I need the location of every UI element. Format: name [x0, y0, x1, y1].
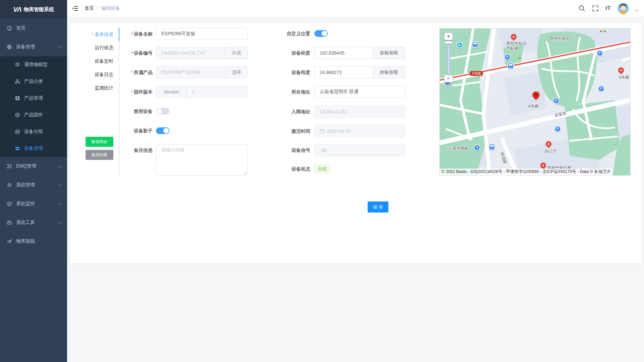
- paper-plane-icon: [7, 239, 12, 244]
- sidebar-item-label: 产品固件: [24, 112, 43, 118]
- active-time-input: 2022-03-15: [314, 125, 405, 137]
- charging-station-icon: ↯: [474, 144, 480, 151]
- pick-longitude-button[interactable]: 坐标拾取: [373, 47, 405, 59]
- map-label-building6: 6号楼: [528, 104, 539, 109]
- parking-icon: P: [504, 54, 511, 60]
- device-edit-card: 基本信息 运行状态 设备定时 设备日志 监测统计 数据同步 返回列表 设备名称 …: [70, 23, 641, 263]
- font-size-icon[interactable]: tT: [605, 5, 611, 12]
- sidebar-toggle-icon[interactable]: [72, 5, 78, 12]
- map-label-building5: 5号楼: [619, 75, 629, 80]
- poi-star-icon: ★: [511, 34, 517, 40]
- device-shadow-label: 设备影子: [109, 127, 153, 134]
- bus-stop-icon: [489, 144, 495, 150]
- parking-icon: P: [553, 98, 559, 104]
- longitude-input[interactable]: 102.839445: [314, 47, 373, 59]
- sidebar-item-product-firmware[interactable]: 产品固件: [0, 107, 67, 123]
- avatar[interactable]: [618, 3, 629, 14]
- remark-textarea[interactable]: 请输入内容: [156, 144, 248, 176]
- sidebar-item-label: 首页: [16, 25, 25, 31]
- user-menu-caret-icon[interactable]: [635, 8, 639, 11]
- remark-label: 备注信息: [109, 147, 153, 154]
- parking-icon: P: [597, 50, 603, 56]
- sidebar-item-thing-model[interactable]: 通用物模型: [0, 56, 67, 73]
- poi-star-icon: ★: [618, 67, 624, 73]
- firmware-label: 固件版本: [109, 86, 153, 98]
- chevron-down-icon: [59, 183, 62, 186]
- disable-device-toggle[interactable]: [156, 108, 169, 115]
- globe-icon: [7, 44, 12, 50]
- traffic-light-icon: [517, 57, 521, 59]
- calendar-icon: [320, 129, 324, 133]
- latitude-group: 24.886272 坐标拾取: [314, 66, 405, 78]
- data-sync-button[interactable]: 数据同步: [86, 137, 113, 147]
- address-label: 所在地址: [267, 86, 310, 98]
- chevron-down-icon: [59, 202, 62, 205]
- group-icon: [15, 129, 20, 134]
- network-address-label: 入网地址: [267, 106, 310, 118]
- header-actions: tT: [579, 3, 638, 14]
- sidebar-item-product-mgmt[interactable]: 产品管理: [0, 90, 67, 107]
- sidebar-item-device-group[interactable]: 设备分组: [0, 123, 67, 140]
- custom-location-toggle[interactable]: [314, 30, 328, 37]
- map-label-charging-station: 云享充电桩: [448, 146, 469, 152]
- logo-icon: VΛ: [13, 5, 21, 13]
- baidu-map[interactable]: + − ↓ ↑ ▶ P P P P P ↯: [439, 28, 631, 176]
- sidebar-item-product-category[interactable]: 产品分类: [0, 73, 67, 90]
- product-group: ESP8266产品示例 选择: [156, 66, 248, 78]
- pick-latitude-button[interactable]: 坐标拾取: [373, 66, 405, 78]
- status-badge: 在线: [314, 164, 330, 174]
- search-icon[interactable]: [579, 5, 585, 12]
- longitude-label: 设备经度: [267, 47, 310, 59]
- sidebar-item-label: 设备管理: [24, 145, 43, 152]
- grid-icon: [15, 96, 20, 101]
- device-shadow-toggle[interactable]: [156, 127, 169, 134]
- latitude-input[interactable]: 24.886272: [314, 66, 373, 78]
- product-input: ESP8266产品示例: [156, 66, 225, 78]
- map-label-office-hall: 办公厅: [544, 148, 556, 154]
- generate-button[interactable]: 生成: [225, 47, 248, 59]
- zoom-slider[interactable]: [447, 45, 450, 74]
- chevron-down-icon: [59, 221, 62, 224]
- chevron-down-icon: [59, 164, 62, 168]
- breadcrumb-separator: /: [97, 6, 98, 11]
- breadcrumb: 首页 / 编辑设备: [85, 5, 120, 11]
- firmware-version-input: 1: [187, 86, 248, 98]
- sidebar-item-label: EMQ管理: [16, 163, 36, 169]
- parking-icon: P: [554, 126, 561, 132]
- tabs-active-indicator: [119, 27, 119, 41]
- sitemap-icon: [15, 79, 20, 84]
- app-title: 物美智能系统: [24, 6, 54, 13]
- sidebar-item-label: 设备管理: [16, 44, 35, 50]
- device-name-input[interactable]: ESP8266开发板: [156, 28, 248, 40]
- map-label-ipr-office: 昆明市知识产权局: [506, 41, 527, 51]
- bus-stop-icon: [472, 41, 478, 48]
- sidebar-item-device-mgmt[interactable]: 设备管理: [0, 38, 67, 56]
- disable-device-label: 禁用设备: [109, 108, 153, 115]
- breadcrumb-home[interactable]: 首页: [85, 5, 94, 11]
- zoom-in-button[interactable]: +: [444, 33, 453, 40]
- gear-icon: [7, 182, 12, 188]
- sidebar-item-device-manage[interactable]: 设备管理: [0, 140, 67, 157]
- address-input[interactable]: 云南省昆明市 联通: [314, 86, 405, 98]
- app-logo: VΛ 物美智能系统: [0, 0, 67, 19]
- sidebar-item-wumei-smart[interactable]: 物美智能: [0, 232, 67, 251]
- sidebar-item-home[interactable]: 首页: [0, 19, 67, 38]
- metro-line-badge: 1号线: [469, 71, 483, 76]
- sidebar-item-system-tools[interactable]: 系统工具: [0, 213, 67, 232]
- server-bars-icon: [15, 146, 20, 151]
- sidebar-item-system-monitor[interactable]: 系统监控: [0, 194, 67, 213]
- select-product-button[interactable]: 选择: [225, 66, 248, 78]
- sidebar-item-system-mgmt[interactable]: 系统管理: [0, 176, 67, 194]
- product-label: 所属产品: [109, 66, 153, 79]
- sidebar-submenu-device: 通用物模型 产品分类 产品管理 产品固件 设备分组 设备管理: [0, 56, 67, 157]
- zoom-out-button[interactable]: −: [444, 75, 453, 82]
- fullscreen-icon[interactable]: [592, 5, 599, 12]
- toolbox-icon: [7, 220, 12, 225]
- sidebar-item-emq[interactable]: EMQ管理: [0, 157, 67, 176]
- zoom-slider-handle[interactable]: [444, 41, 452, 44]
- chevron-up-icon: [58, 46, 61, 49]
- parking-icon: P: [598, 85, 604, 92]
- signal-input: -58: [314, 144, 405, 156]
- save-button[interactable]: 保 存: [368, 201, 388, 213]
- breadcrumb-current: 编辑设备: [101, 5, 120, 11]
